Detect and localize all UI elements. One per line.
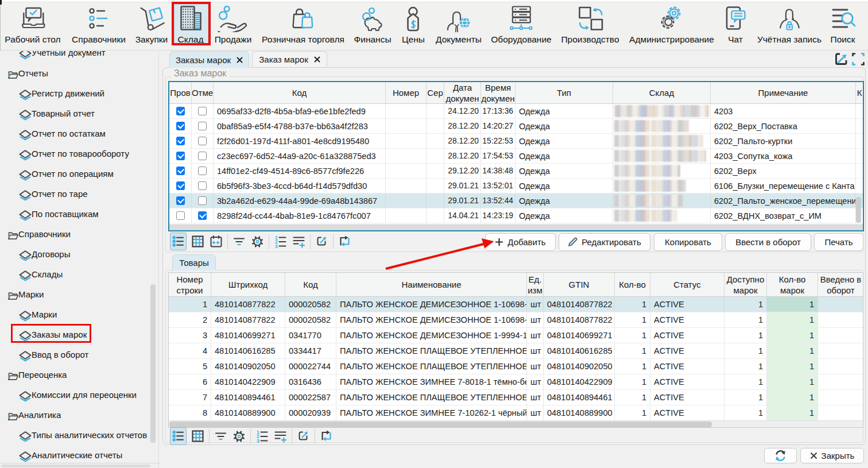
svg-text:3: 3 [257, 438, 259, 444]
svg-text:3: 3 [275, 243, 278, 249]
